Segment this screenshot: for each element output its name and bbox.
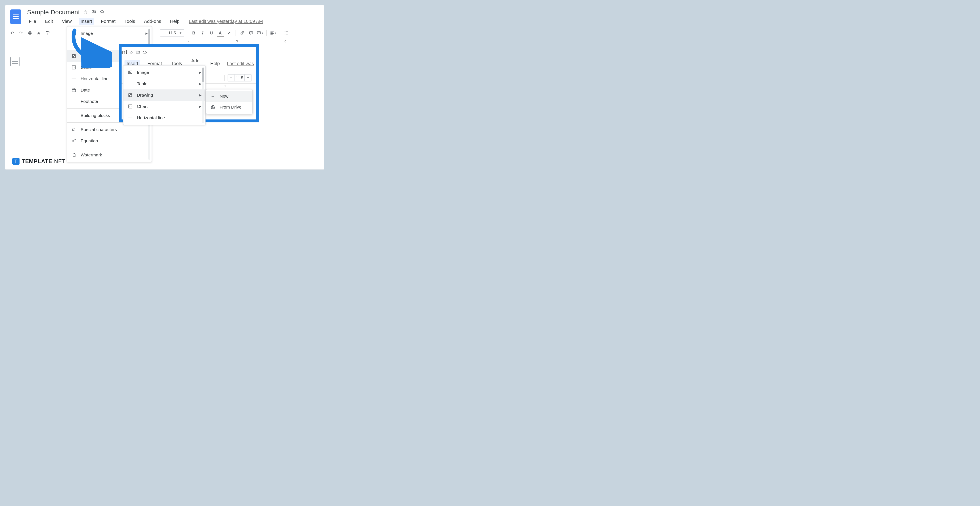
menu-item-label: Watermark (81, 153, 102, 158)
menu-edit[interactable]: Edit (43, 18, 54, 25)
ruler: 4 5 6 (5, 39, 324, 44)
chevron-right-icon: ▶ (199, 82, 202, 86)
star-icon[interactable]: ☆ (129, 50, 134, 56)
svg-rect-13 (130, 95, 131, 96)
line-spacing-button[interactable] (283, 29, 290, 37)
insert-item-image[interactable]: Image ▶ (67, 28, 151, 39)
add-comment-button[interactable] (248, 29, 255, 37)
insert-item-watermark[interactable]: Watermark (67, 149, 151, 161)
ruler-number: 6 (285, 40, 286, 43)
menu-item-label: Chart (81, 65, 91, 70)
move-folder-icon[interactable] (135, 50, 140, 56)
menu-item-label: From Drive (220, 105, 242, 110)
pi-icon: π² (71, 138, 77, 144)
document-title[interactable]: Sample Document (27, 9, 80, 16)
menu-item-label: Table (81, 42, 91, 47)
menu-item-label: Table (137, 81, 147, 86)
paint-format-button[interactable] (44, 29, 51, 37)
omega-icon: Ω (71, 127, 77, 132)
cloud-status-icon[interactable] (142, 50, 147, 56)
font-size-increase[interactable]: + (245, 75, 251, 80)
insert-link-button[interactable] (239, 29, 246, 37)
last-edit-link[interactable]: Last edit was yesterday at 10:09 AM (189, 19, 263, 24)
plus-icon: + (210, 93, 216, 99)
font-size-decrease[interactable]: − (161, 31, 167, 35)
overlay-font-dropdown[interactable] (214, 74, 221, 81)
menu-item-label: Equation (81, 138, 98, 143)
move-folder-icon[interactable] (92, 9, 96, 15)
watermark-icon (71, 152, 77, 158)
menu-item-label: Horizontal line (137, 115, 165, 120)
font-size-value[interactable]: 11.5 (167, 30, 177, 36)
spellcheck-button[interactable]: A (35, 29, 42, 37)
chart-icon (71, 64, 77, 70)
blank-icon (127, 81, 133, 87)
font-size-value[interactable]: 11.5 (234, 75, 245, 81)
ruler-number: 4 (188, 40, 189, 43)
submenu-from-drive[interactable]: From Drive (206, 102, 252, 113)
menu-tools[interactable]: Tools (123, 18, 137, 25)
ruler-number: 5 (236, 40, 238, 43)
overlay-menu-help[interactable]: Help (208, 60, 222, 67)
menu-format[interactable]: Format (99, 18, 117, 25)
font-size-control: − 11.5 + (160, 29, 184, 37)
overlay-last-edit[interactable]: Last edit was (227, 61, 254, 66)
highlight-button[interactable] (226, 29, 232, 37)
submenu-new[interactable]: + New (206, 91, 252, 102)
overlay-font-size: − 11.5 + (228, 74, 251, 81)
overlay-insert-drawing[interactable]: Drawing ▶ (123, 89, 205, 101)
insert-item-special-characters[interactable]: Ω Special characters (67, 124, 151, 135)
minus-icon: — (71, 76, 77, 82)
docs-logo-icon[interactable] (10, 10, 21, 24)
overlay-insert-horizontal-line[interactable]: — Horizontal line (123, 112, 205, 123)
overlay-insert-image[interactable]: Image ▶ (123, 67, 205, 78)
undo-button[interactable]: ↶ (9, 29, 16, 37)
menu-item-label: Drawing (137, 92, 153, 98)
menu-insert[interactable]: Insert (79, 18, 94, 25)
italic-button[interactable]: I (199, 29, 206, 37)
align-button[interactable] (270, 29, 277, 37)
menubar: File Edit View Insert Format Tools Add-o… (27, 18, 319, 25)
date-icon (71, 87, 77, 93)
blank-icon (71, 42, 77, 48)
overlay-insert-chart[interactable]: Chart ▶ (123, 101, 205, 112)
menu-item-label: New (220, 94, 228, 99)
chevron-right-icon: ▶ (199, 71, 202, 74)
print-button[interactable] (26, 29, 33, 37)
header: Sample Document ☆ File Edit View Insert … (5, 5, 324, 25)
star-icon[interactable]: ☆ (84, 10, 88, 15)
font-size-decrease[interactable]: − (228, 75, 234, 80)
overlay-insert-table[interactable]: Table ▶ (123, 78, 205, 89)
overlay-title-fragment: ument (122, 48, 127, 56)
bold-button[interactable]: B (190, 29, 197, 37)
text-color-button[interactable]: A (217, 29, 224, 37)
font-size-increase[interactable]: + (177, 31, 184, 35)
menu-addons[interactable]: Add-ons (142, 18, 163, 25)
overlay-insert-dropdown: Image ▶ Table ▶ Drawing ▶ Chart ▶ — Hori… (123, 65, 205, 125)
menu-help[interactable]: Help (169, 18, 181, 25)
toolbar: ↶ ↷ A − 11.5 + B I U A (5, 27, 324, 39)
minus-icon: — (127, 115, 133, 121)
menu-item-label: Date (81, 88, 90, 92)
outline-toggle-icon[interactable] (10, 57, 19, 66)
chevron-right-icon: ▶ (145, 32, 148, 35)
menu-file[interactable]: File (27, 18, 38, 25)
image-icon (71, 30, 77, 36)
drawing-icon (71, 53, 77, 59)
svg-point-12 (129, 94, 130, 95)
svg-rect-6 (74, 56, 75, 57)
menu-item-label: Special characters (81, 127, 117, 132)
menu-view[interactable]: View (60, 18, 73, 25)
insert-image-toolbar-button[interactable] (256, 29, 264, 37)
image-icon (127, 70, 133, 75)
cloud-status-icon[interactable] (100, 9, 105, 15)
drawing-submenu: + New From Drive (206, 89, 253, 114)
blank-icon (71, 113, 77, 118)
menu-item-label: Horizontal line (81, 76, 108, 81)
header-main: Sample Document ☆ File Edit View Insert … (27, 9, 319, 25)
redo-button[interactable]: ↷ (18, 29, 25, 37)
underline-button[interactable]: U (208, 29, 215, 37)
template-net-watermark: T TEMPLATE.NET (13, 158, 65, 165)
insert-item-equation[interactable]: π² Equation (67, 135, 151, 146)
menu-item-label: Chart (137, 104, 148, 109)
